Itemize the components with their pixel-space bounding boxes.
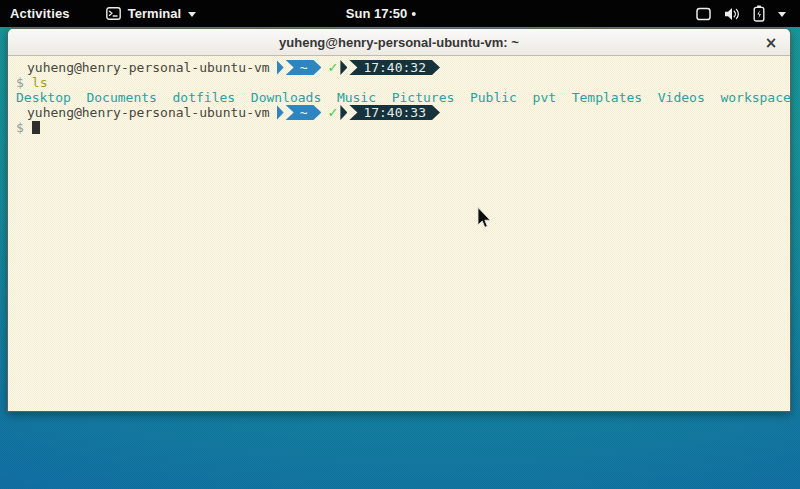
- command-line: $ ls: [16, 75, 788, 90]
- directory-listing: Desktop Documents dotfiles Downloads Mus…: [16, 90, 791, 105]
- clock-label: Sun 17:50: [346, 6, 407, 21]
- prompt-symbol: $: [16, 75, 24, 90]
- clock-button[interactable]: Sun 17:50: [346, 0, 416, 27]
- battery-charging-icon: [753, 5, 765, 22]
- powerline-arrow-icon: [340, 105, 347, 120]
- display-icon: [696, 7, 711, 21]
- output-line: Desktop Documents dotfiles Downloads Mus…: [16, 90, 788, 105]
- prompt-symbol: $: [16, 120, 24, 135]
- prompt-user-host: yuheng@henry-personal-ubuntu-vm: [27, 105, 270, 120]
- prompt-line: yuheng@henry-personal-ubuntu-vm ~ ✓ 17:4…: [16, 60, 788, 75]
- mouse-cursor: [477, 207, 494, 236]
- check-icon: ✓: [327, 60, 338, 75]
- notification-dot-icon: [412, 12, 416, 16]
- powerline-arrow-icon: [277, 105, 284, 120]
- prompt-time-badge: 17:40:32: [349, 60, 440, 75]
- volume-icon: [724, 7, 740, 21]
- app-menu-label: Terminal: [128, 6, 181, 21]
- command-text: ls: [32, 75, 48, 90]
- powerline-arrow-icon: [277, 60, 284, 75]
- chevron-down-icon: [188, 12, 196, 17]
- close-button[interactable]: ×: [760, 29, 782, 56]
- top-bar: Activities Terminal Sun 17:50: [0, 0, 800, 27]
- terminal-cursor: [32, 121, 40, 134]
- prompt-user-host: yuheng@henry-personal-ubuntu-vm: [27, 60, 270, 75]
- system-status-menu[interactable]: [696, 0, 786, 27]
- chevron-down-icon: [778, 12, 786, 17]
- check-icon: ✓: [327, 105, 338, 120]
- terminal-icon: [106, 7, 121, 20]
- window-title: yuheng@henry-personal-ubuntu-vm: ~: [279, 35, 519, 50]
- powerline-arrow-icon: [340, 60, 347, 75]
- prompt-line: yuheng@henry-personal-ubuntu-vm ~ ✓ 17:4…: [16, 105, 788, 120]
- terminal-screen[interactable]: yuheng@henry-personal-ubuntu-vm ~ ✓ 17:4…: [8, 56, 790, 411]
- prompt-path-segment: ~: [286, 105, 322, 120]
- activities-button[interactable]: Activities: [10, 6, 70, 21]
- app-menu-button[interactable]: Terminal: [106, 6, 196, 21]
- window-titlebar[interactable]: yuheng@henry-personal-ubuntu-vm: ~ ×: [8, 29, 790, 56]
- input-line: $: [16, 120, 788, 135]
- prompt-time-badge: 17:40:33: [349, 105, 440, 120]
- prompt-path-segment: ~: [286, 60, 322, 75]
- terminal-window: yuheng@henry-personal-ubuntu-vm: ~ × yuh…: [7, 28, 791, 412]
